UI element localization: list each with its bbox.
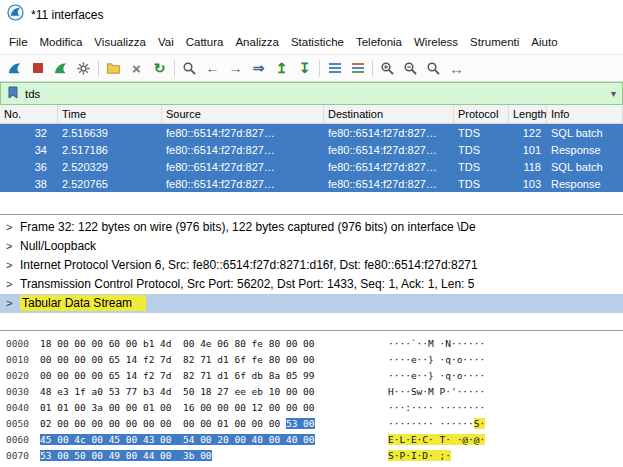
packet-row[interactable]: 38 2.520765 fe80::6514:f27d:827… fe80::6…	[0, 175, 623, 192]
go-back-icon[interactable]: ←	[201, 57, 224, 79]
detail-row-null-loopback[interactable]: >Null/Loopback	[0, 237, 623, 256]
menu-telefonia[interactable]: Telefonia	[350, 33, 408, 51]
packet-source: fe80::6514:f27d:827…	[162, 144, 324, 156]
menu-aiuto[interactable]: Aiuto	[525, 33, 563, 51]
hex-bytes: 00 00 00 00 65 14 f2 7d 82 71 d1 6f db 8…	[40, 370, 315, 381]
column-header-no[interactable]: No.	[0, 105, 58, 123]
detail-row-ipv6[interactable]: >Internet Protocol Version 6, Src: fe80:…	[0, 256, 623, 275]
find-packet-icon[interactable]	[178, 57, 201, 79]
packet-no: 34	[0, 144, 58, 156]
capture-restart-icon[interactable]	[49, 57, 72, 79]
go-forward-icon[interactable]: →	[224, 57, 247, 79]
hex-bytes: 01 01 00 3a 00 00 01 00 16 00 00 00 12 0…	[40, 402, 315, 413]
hex-row[interactable]: 000018 00 00 00 60 00 b1 4d 00 4e 06 80 …	[6, 336, 623, 352]
menu-vai[interactable]: Vai	[152, 33, 180, 51]
packet-length: 118	[509, 161, 547, 173]
menu-cattura[interactable]: Cattura	[180, 33, 230, 51]
hex-ascii-highlighted: S·	[474, 418, 485, 429]
detail-text: Null/Loopback	[20, 239, 96, 253]
packet-length: 122	[509, 127, 547, 139]
filter-dropdown-icon[interactable]: ▾	[611, 88, 616, 99]
menu-modifica[interactable]: Modifica	[34, 33, 89, 51]
zoom-out-icon[interactable]	[399, 57, 422, 79]
go-to-packet-icon[interactable]: ⇒	[247, 57, 270, 79]
column-header-source[interactable]: Source	[162, 105, 324, 123]
hex-offset: 0030	[6, 384, 40, 400]
hex-row[interactable]: 007053 00 50 00 49 00 44 00 3b 00S·P·I·D…	[6, 448, 623, 464]
capture-start-icon[interactable]	[3, 57, 26, 79]
column-header-protocol[interactable]: Protocol	[454, 105, 509, 123]
packet-destination: fe80::6514:f27d:827…	[324, 178, 454, 190]
hex-bytes: 48 e3 1f a0 53 77 b3 4d 50 18 27 ee eb 1…	[40, 386, 315, 397]
hex-row[interactable]: 002000 00 00 00 65 14 f2 7d 82 71 d1 6f …	[6, 368, 623, 384]
hex-bytes-selected: 53 00	[286, 418, 315, 429]
hex-row[interactable]: 001000 00 00 00 65 14 f2 7d 82 71 d1 6f …	[6, 352, 623, 368]
packet-time: 2.517186	[58, 144, 162, 156]
hex-bytes-selected: 53 00 50 00 49 00 44 00 3b 00	[40, 450, 212, 461]
column-header-info[interactable]: Info	[547, 105, 623, 123]
hex-ascii: ···:···· ········	[388, 402, 485, 413]
menu-statistiche[interactable]: Statistiche	[285, 33, 350, 51]
expand-icon[interactable]: >	[6, 275, 20, 294]
toolbar-separator	[98, 60, 99, 77]
hex-bytes: 02 00 00 00 00 00 00 00 00 00 01 00 00 0…	[40, 418, 286, 429]
capture-stop-icon[interactable]	[26, 57, 49, 79]
expand-icon[interactable]: >	[6, 294, 20, 313]
colorize-icon[interactable]	[346, 57, 369, 79]
hex-ascii: ····e··} ·q·o····	[388, 370, 485, 381]
expand-icon[interactable]: >	[6, 218, 20, 237]
hex-row[interactable]: 004001 01 00 3a 00 00 01 00 16 00 00 00 …	[6, 400, 623, 416]
packet-no: 36	[0, 161, 58, 173]
resize-columns-icon[interactable]: ↔	[445, 57, 468, 79]
hex-ascii: ········ ······	[388, 418, 474, 429]
packet-protocol: TDS	[454, 161, 509, 173]
expand-icon[interactable]: >	[6, 237, 20, 256]
detail-row-tcp[interactable]: >Transmission Control Protocol, Src Port…	[0, 275, 623, 294]
filter-value: tds	[25, 88, 40, 100]
filter-toolbar: tds ▾	[0, 82, 623, 105]
filter-bookmark-icon[interactable]	[7, 85, 19, 103]
packet-row[interactable]: 34 2.517186 fe80::6514:f27d:827… fe80::6…	[0, 141, 623, 158]
zoom-reset-icon[interactable]	[422, 57, 445, 79]
menu-visualizza[interactable]: Visualizza	[88, 33, 152, 51]
hex-offset: 0050	[6, 416, 40, 432]
column-header-length[interactable]: Length	[509, 105, 547, 123]
packet-destination: fe80::6514:f27d:827…	[324, 144, 454, 156]
hex-row[interactable]: 005002 00 00 00 00 00 00 00 00 00 01 00 …	[6, 416, 623, 432]
packet-protocol: TDS	[454, 144, 509, 156]
file-close-icon[interactable]: ×	[125, 57, 148, 79]
column-header-time[interactable]: Time	[58, 105, 162, 123]
column-header-destination[interactable]: Destination	[324, 105, 454, 123]
packet-source: fe80::6514:f27d:827…	[162, 161, 324, 173]
menu-wireless[interactable]: Wireless	[408, 33, 464, 51]
display-filter-input[interactable]: tds ▾	[0, 82, 623, 105]
capture-options-icon[interactable]	[72, 57, 95, 79]
packet-row[interactable]: 32 2.516639 fe80::6514:f27d:827… fe80::6…	[0, 124, 623, 141]
toolbar-separator	[372, 60, 373, 77]
expand-icon[interactable]: >	[6, 256, 20, 275]
packet-source: fe80::6514:f27d:827…	[162, 178, 324, 190]
menu-strumenti[interactable]: Strumenti	[464, 33, 525, 51]
file-open-icon[interactable]	[102, 57, 125, 79]
auto-scroll-icon[interactable]	[323, 57, 346, 79]
detail-row-tds-selected[interactable]: >Tabular Data Stream	[0, 294, 623, 313]
reload-icon[interactable]: ↻	[148, 57, 171, 79]
wireshark-window: *11 interfaces File Modifica Visualizza …	[0, 0, 623, 467]
hex-ascii: ····e··} ·q·o····	[388, 354, 485, 365]
packet-protocol: TDS	[454, 127, 509, 139]
go-top-icon[interactable]: ↥	[270, 57, 293, 79]
wireshark-logo-icon	[7, 4, 24, 25]
hex-offset: 0070	[6, 448, 40, 464]
detail-row-frame[interactable]: >Frame 32: 122 bytes on wire (976 bits),…	[0, 218, 623, 237]
packet-row[interactable]: 36 2.520329 fe80::6514:f27d:827… fe80::6…	[0, 158, 623, 175]
hex-bytes-selected: 45 00 4c 00 45 00 43 00 54 00 20 00 40 0…	[40, 434, 315, 445]
hex-bytes: 18 00 00 00 60 00 b1 4d 00 4e 06 80 fe 8…	[40, 338, 315, 349]
menu-analizza[interactable]: Analizza	[229, 33, 284, 51]
hex-ascii: H···Sw·M P·'·····	[388, 386, 485, 397]
detail-text-highlighted: Tabular Data Stream	[20, 295, 146, 311]
zoom-in-icon[interactable]	[376, 57, 399, 79]
hex-row[interactable]: 006045 00 4c 00 45 00 43 00 54 00 20 00 …	[6, 432, 623, 448]
go-bottom-icon[interactable]: ↧	[293, 57, 316, 79]
hex-row[interactable]: 003048 e3 1f a0 53 77 b3 4d 50 18 27 ee …	[6, 384, 623, 400]
menu-file[interactable]: File	[3, 33, 34, 51]
